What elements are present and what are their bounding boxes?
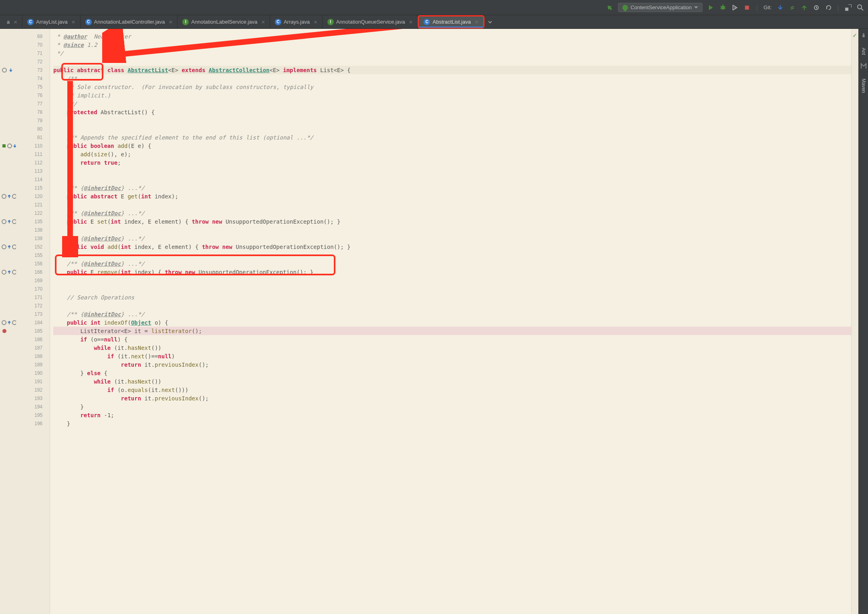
close-icon[interactable]: ×	[14, 18, 17, 25]
up-arrow-icon[interactable]	[7, 194, 11, 199]
git-commit-icon[interactable]	[789, 4, 796, 11]
line-number[interactable]: 187	[16, 343, 50, 352]
maven-tool-label[interactable]: Maven	[861, 79, 866, 93]
line-number[interactable]: 196	[16, 419, 50, 428]
up-arrow-icon[interactable]	[7, 219, 11, 224]
line-number[interactable]: 186	[16, 335, 50, 343]
line-number[interactable]: 74	[16, 74, 50, 83]
settings-icon[interactable]	[845, 4, 852, 11]
build-icon[interactable]	[606, 4, 613, 11]
line-number[interactable]: 138	[16, 226, 50, 234]
tab-abstractlist[interactable]: CAbstractList.java×	[418, 15, 484, 28]
git-history-icon[interactable]	[813, 4, 820, 11]
close-icon[interactable]: ×	[409, 18, 413, 25]
breakpoint-icon[interactable]	[2, 328, 7, 334]
line-number[interactable]: 121	[16, 200, 50, 209]
down-arrow-icon[interactable]	[8, 67, 14, 73]
tab-annotationlabelservice[interactable]: IAnnotationLabelService.java×	[178, 15, 270, 28]
close-icon[interactable]: ×	[314, 18, 317, 25]
up-arrow-icon[interactable]	[7, 244, 11, 250]
impl-marker-icon[interactable]	[2, 143, 6, 149]
line-number[interactable]: 80	[16, 125, 50, 133]
run-config-selector[interactable]: ContentServiceApplication	[618, 3, 702, 12]
line-number[interactable]: 113	[16, 167, 50, 175]
line-number[interactable]: 70	[16, 40, 50, 49]
override-marker-icon[interactable]	[2, 219, 6, 224]
line-number[interactable]: 166	[16, 268, 50, 276]
override-marker-icon[interactable]	[2, 194, 6, 199]
line-number[interactable]: 192	[16, 386, 50, 394]
line-number[interactable]: 135	[16, 217, 50, 226]
gutter-icons	[0, 29, 16, 614]
line-number[interactable]: 73	[16, 66, 50, 74]
line-number[interactable]: 79	[16, 116, 50, 125]
line-number[interactable]: 191	[16, 377, 50, 386]
line-number[interactable]: 78	[16, 108, 50, 116]
line-number[interactable]: 152	[16, 242, 50, 251]
line-number[interactable]: 189	[16, 360, 50, 369]
git-rollback-icon[interactable]	[825, 4, 832, 11]
code-editor[interactable]: * @author Neal Gafter * @since 1.2 */ pu…	[50, 29, 851, 614]
line-number[interactable]: 190	[16, 369, 50, 377]
line-number[interactable]: 156	[16, 259, 50, 268]
git-pull-icon[interactable]	[777, 4, 784, 11]
tabs-overflow-icon[interactable]	[484, 15, 496, 28]
up-arrow-icon[interactable]	[7, 320, 11, 325]
maven-tool-icon[interactable]	[860, 63, 867, 71]
tab-annotationqueueservice[interactable]: IAnnotationQueueService.java×	[323, 15, 418, 28]
git-push-icon[interactable]	[801, 4, 808, 11]
line-number[interactable]: 184	[16, 318, 50, 327]
line-number[interactable]: 114	[16, 175, 50, 184]
line-number[interactable]: 173	[16, 310, 50, 318]
line-number[interactable]: 172	[16, 301, 50, 310]
coverage-icon[interactable]	[731, 4, 739, 11]
line-number[interactable]: 193	[16, 394, 50, 402]
line-number[interactable]: 120	[16, 192, 50, 200]
line-number[interactable]: 71	[16, 49, 50, 57]
override-marker-icon[interactable]	[2, 320, 6, 325]
scrollbar-area[interactable]: ✓	[851, 29, 858, 614]
close-icon[interactable]: ×	[261, 18, 265, 25]
line-number[interactable]: 188	[16, 352, 50, 360]
line-number[interactable]: 169	[16, 276, 50, 285]
override-marker-icon[interactable]	[2, 269, 6, 275]
stop-icon[interactable]	[743, 4, 751, 11]
line-number[interactable]: 194	[16, 402, 50, 411]
line-number[interactable]: 111	[16, 150, 50, 158]
line-number[interactable]: 195	[16, 411, 50, 419]
line-number[interactable]: 72	[16, 57, 50, 66]
tab-arraylist[interactable]: CArrayList.java×	[22, 15, 81, 28]
line-number[interactable]: 112	[16, 158, 50, 167]
debug-icon[interactable]	[719, 4, 727, 11]
line-number[interactable]: 155	[16, 251, 50, 259]
line-number[interactable]: 75	[16, 83, 50, 91]
close-icon[interactable]: ×	[72, 18, 75, 25]
line-number[interactable]: 122	[16, 209, 50, 217]
line-number[interactable]: 76	[16, 91, 50, 99]
run-icon[interactable]	[707, 4, 715, 11]
line-number[interactable]: 171	[16, 293, 50, 301]
line-number[interactable]: 139	[16, 234, 50, 242]
line-number[interactable]: 81	[16, 133, 50, 141]
up-arrow-icon[interactable]	[7, 269, 11, 275]
svg-rect-8	[845, 8, 848, 11]
tab-annotationlabelcontroller[interactable]: CAnnotationLabelController.java×	[81, 15, 178, 28]
ant-tool-label[interactable]: Ant	[861, 48, 866, 55]
override-marker-icon[interactable]	[2, 244, 6, 250]
line-number[interactable]: 110	[16, 141, 50, 150]
svg-point-22	[2, 321, 6, 325]
line-number-gutter[interactable]: 6970717273747576777879808111011111211311…	[16, 29, 50, 614]
line-number[interactable]: 69	[16, 32, 50, 40]
close-icon[interactable]: ×	[475, 18, 478, 25]
line-number[interactable]: 185	[16, 327, 50, 335]
ant-tool-icon[interactable]	[860, 32, 867, 40]
line-number[interactable]: 170	[16, 285, 50, 293]
line-number[interactable]: 115	[16, 184, 50, 192]
close-icon[interactable]: ×	[169, 18, 173, 25]
override-marker-icon[interactable]	[7, 143, 12, 149]
tab-partial[interactable]: a×	[2, 15, 22, 28]
tab-arrays[interactable]: CArrays.java×	[270, 15, 323, 28]
line-number[interactable]: 77	[16, 99, 50, 108]
override-marker-icon[interactable]	[2, 67, 7, 73]
search-icon[interactable]	[857, 4, 864, 11]
